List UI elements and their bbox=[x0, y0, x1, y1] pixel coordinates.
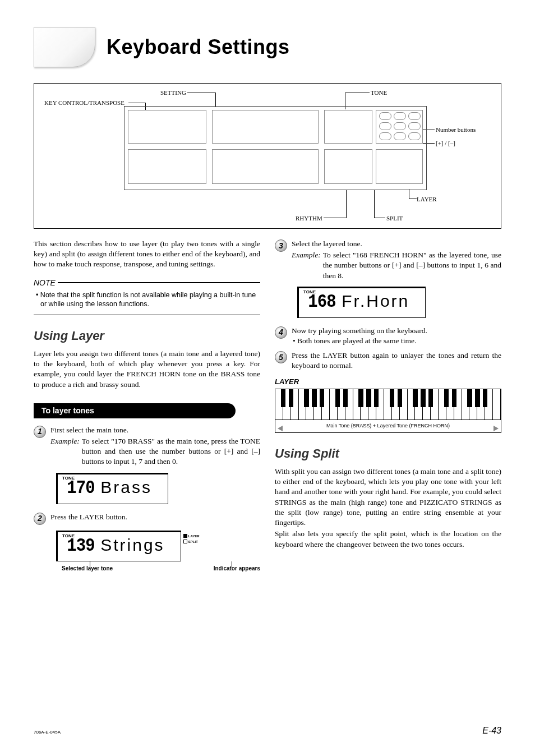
step-3-example-label: Example: bbox=[292, 250, 321, 281]
step-4-badge: 4 bbox=[275, 326, 287, 339]
diagram-label-tone: TONE bbox=[371, 89, 387, 96]
step-5: 5 Press the LAYER button again to unlaye… bbox=[275, 351, 501, 371]
header-tab-decoration bbox=[34, 27, 95, 67]
step-2: 2 Press the LAYER button. bbox=[34, 512, 260, 525]
step-2-badge: 2 bbox=[34, 513, 46, 525]
callout-selected-layer-tone: Selected layer tone bbox=[62, 565, 113, 573]
control-panel-diagram: SETTING TONE KEY CONTROL/TRANSPOSE Numbe… bbox=[34, 83, 501, 229]
layer-figure: LAYER Main Tone (BRASS) + Layered Tone (… bbox=[275, 377, 501, 434]
using-split-p2: Split also lets you specify the split po… bbox=[275, 529, 501, 549]
layer-figure-caption: Main Tone (BRASS) + Layered Tone (FRENCH… bbox=[326, 423, 450, 428]
page-title: Keyboard Settings bbox=[107, 35, 290, 59]
to-layer-tones-pill: To layer tones bbox=[34, 403, 236, 418]
page-header: Keyboard Settings bbox=[34, 27, 501, 67]
step-1-text: First select the main tone. bbox=[50, 425, 260, 435]
diagram-label-rhythm: RHYTHM bbox=[296, 215, 322, 222]
lcd-strings: TONE 139 Strings LAYER SPLIT Selected la… bbox=[56, 531, 260, 580]
diagram-label-plus-minus: [+] / [–] bbox=[436, 140, 455, 146]
step-3-text: Select the layered tone. bbox=[292, 239, 501, 249]
note-rule bbox=[58, 282, 260, 283]
piano-diagram: Main Tone (BRASS) + Layered Tone (FRENCH… bbox=[275, 389, 501, 433]
diagram-label-setting: SETTING bbox=[160, 89, 186, 96]
diagram-label-key-control: KEY CONTROL/TRANSPOSE bbox=[44, 99, 124, 106]
lcd-brass-number: 170 bbox=[67, 476, 94, 501]
lcd-strings-name: Strings bbox=[100, 534, 164, 557]
step-4-bullet: • Both tones are played at the same time… bbox=[292, 336, 501, 346]
step-4-text: Now try playing something on the keyboar… bbox=[292, 326, 501, 336]
step-1-example-text: To select "170 BRASS" as the main tone, … bbox=[82, 436, 260, 467]
note-heading: NOTE bbox=[34, 278, 56, 288]
doc-id: 706A-E-045A bbox=[34, 730, 61, 735]
lcd-brass-name: Brass bbox=[100, 476, 152, 499]
step-2-text: Press the LAYER button. bbox=[50, 512, 260, 522]
note-body: • Note that the split function is not av… bbox=[34, 288, 260, 312]
callout-indicator-appears: Indicator appears bbox=[214, 565, 260, 573]
right-column: 3 Select the layered tone. Example: To s… bbox=[275, 239, 501, 587]
lcd-layer-split-indicator: LAYER SPLIT bbox=[183, 533, 200, 545]
step-1-badge: 1 bbox=[34, 426, 46, 438]
page-footer: 706A-E-045A E-43 bbox=[34, 726, 501, 736]
diagram-label-layer: LAYER bbox=[417, 196, 437, 202]
panel-mock bbox=[124, 106, 427, 190]
note-block: NOTE • Note that the split function is n… bbox=[34, 278, 260, 316]
page-number: E-43 bbox=[482, 726, 501, 736]
layer-figure-title: LAYER bbox=[275, 377, 501, 387]
using-layer-heading: Using Layer bbox=[34, 328, 260, 344]
step-4: 4 Now try playing something on the keybo… bbox=[275, 326, 501, 346]
using-layer-intro: Layer lets you assign two different tone… bbox=[34, 349, 260, 390]
using-split-heading: Using Split bbox=[275, 445, 501, 462]
lcd-horn: TONE 168 Fr.Horn bbox=[297, 287, 501, 318]
note-rule-bottom bbox=[34, 315, 260, 315]
left-column: This section describes how to use layer … bbox=[34, 239, 260, 587]
diagram-label-split: SPLIT bbox=[386, 215, 403, 222]
using-split-p1: With split you can assign two different … bbox=[275, 467, 501, 528]
step-5-text: Press the LAYER button again to unlayer … bbox=[292, 351, 501, 371]
step-1-example-label: Example: bbox=[50, 436, 80, 467]
diagram-label-number-buttons: Number buttons bbox=[436, 126, 476, 133]
step-3-badge: 3 bbox=[275, 239, 287, 252]
intro-text: This section describes how to use layer … bbox=[34, 239, 260, 270]
step-3-example-text: To select "168 FRENCH HORN" as the layer… bbox=[323, 250, 501, 281]
step-1: 1 First select the main tone. Example: T… bbox=[34, 425, 260, 467]
step-5-badge: 5 bbox=[275, 351, 287, 363]
lcd-horn-number: 168 bbox=[308, 289, 335, 315]
lcd-strings-number: 139 bbox=[67, 533, 94, 559]
lcd-brass: TONE 170 Brass bbox=[56, 473, 260, 504]
step-3: 3 Select the layered tone. Example: To s… bbox=[275, 239, 501, 281]
lcd-horn-name: Fr.Horn bbox=[342, 290, 409, 313]
